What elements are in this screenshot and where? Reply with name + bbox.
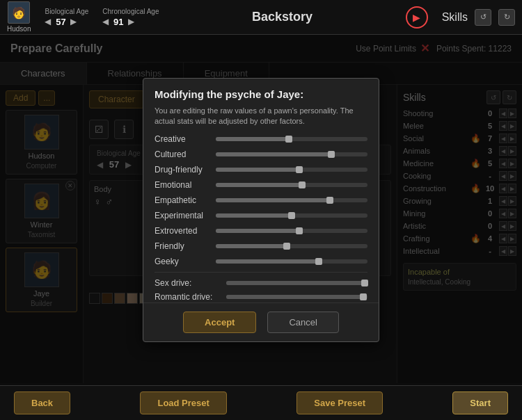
skills-top-label: Skills (442, 11, 468, 24)
trait-track-1[interactable] (216, 152, 367, 156)
section-title: Backstory (173, 10, 391, 24)
trait-name-5: Experimental (155, 211, 210, 220)
trait-track-8[interactable] (216, 259, 367, 264)
trait-track-4[interactable] (216, 198, 367, 202)
trait-name-6: Extroverted (155, 226, 210, 236)
modal-footer: Accept Cancel (143, 302, 379, 341)
trait-thumb-1[interactable] (328, 151, 335, 158)
romantic-drive-fill (226, 295, 363, 299)
trait-fill-3 (216, 183, 302, 187)
trait-fill-4 (216, 198, 330, 202)
trait-rows: Creative Cultured Drug-friendly Emotiona… (155, 134, 367, 266)
trait-row-friendly: Friendly (155, 241, 367, 251)
romantic-drive-row: Romantic drive: (155, 292, 367, 302)
trait-row-cultured: Cultured (155, 150, 367, 159)
trait-name-8: Geeky (155, 257, 210, 266)
sex-drive-track[interactable] (226, 281, 367, 285)
trait-name-3: Emotional (155, 180, 210, 190)
bio-age-value: 57 (54, 17, 68, 27)
skills-top-section: Skills ↺ ↻ (442, 9, 515, 26)
bio-age-label: Biological Age (45, 8, 88, 15)
trait-name-4: Empathetic (155, 195, 210, 205)
main-content: Prepare Carefully Use Point Limits ✕ Poi… (0, 35, 522, 385)
trait-fill-0 (216, 137, 289, 141)
skills-redo-icon[interactable]: ↻ (498, 9, 515, 26)
trait-thumb-7[interactable] (283, 243, 290, 250)
sex-drive-row: Sex drive: (155, 278, 367, 288)
trait-thumb-0[interactable] (285, 136, 292, 143)
bio-age-control: Biological Age ◀ 57 ▶ (45, 8, 88, 27)
trait-name-2: Drug-friendly (155, 165, 210, 175)
trait-track-0[interactable] (216, 137, 367, 141)
trait-track-5[interactable] (216, 213, 367, 218)
bottom-bar: Back Load Preset Save Preset Start (0, 385, 522, 420)
romantic-drive-label: Romantic drive: (155, 292, 221, 302)
trait-thumb-5[interactable] (288, 212, 295, 219)
sex-drive-label: Sex drive: (155, 278, 221, 288)
modal-title: Modifying the psyche of Jaye: (143, 79, 379, 106)
trait-track-2[interactable] (216, 168, 367, 172)
trait-fill-5 (216, 213, 292, 218)
save-preset-button[interactable]: Save Preset (296, 391, 383, 414)
trait-row-drug-friendly: Drug-friendly (155, 165, 367, 175)
trait-fill-1 (216, 152, 331, 156)
chrono-age-stepper: ◀ 91 ▶ (102, 17, 134, 27)
sex-drive-section: Sex drive: Romantic drive: (155, 278, 367, 302)
top-char-name: Hudson (7, 25, 31, 33)
modal-description: You are editing the raw values of a pawn… (143, 106, 379, 134)
modal-divider (155, 272, 367, 273)
romantic-drive-thumb[interactable] (360, 293, 367, 300)
chrono-age-decrement[interactable]: ◀ (102, 17, 109, 26)
trait-row-empathetic: Empathetic (155, 195, 367, 205)
age-section: Biological Age ◀ 57 ▶ Chronological Age … (45, 8, 159, 27)
back-button[interactable]: Back (14, 391, 70, 414)
skills-undo-icon[interactable]: ↺ (475, 9, 491, 26)
trait-name-7: Friendly (155, 241, 210, 251)
trait-fill-2 (216, 168, 299, 172)
bio-age-stepper: ◀ 57 ▶ (45, 17, 77, 27)
trait-row-geeky: Geeky (155, 257, 367, 266)
trait-thumb-4[interactable] (326, 197, 333, 204)
trait-row-creative: Creative (155, 134, 367, 144)
start-button[interactable]: Start (452, 391, 508, 414)
play-button[interactable]: ▶ (406, 6, 428, 29)
trait-fill-7 (216, 244, 287, 248)
psyche-modal: Modifying the psyche of Jaye: You are ed… (143, 78, 379, 342)
trait-thumb-8[interactable] (315, 258, 322, 265)
trait-track-7[interactable] (216, 244, 367, 248)
load-preset-button[interactable]: Load Preset (140, 391, 226, 414)
bio-age-decrement[interactable]: ◀ (45, 17, 51, 26)
trait-thumb-6[interactable] (296, 227, 303, 234)
sex-drive-fill (226, 281, 365, 285)
top-character: 🧑 Hudson (7, 1, 31, 33)
chrono-age-label: Chronological Age (102, 8, 159, 15)
modal-scroll[interactable]: Creative Cultured Drug-friendly Emotiona… (143, 134, 379, 302)
trait-thumb-2[interactable] (296, 166, 303, 173)
trait-fill-6 (216, 229, 299, 233)
trait-name-1: Cultured (155, 150, 210, 159)
top-bar: 🧑 Hudson Biological Age ◀ 57 ▶ Chronolog… (0, 0, 522, 35)
accept-button[interactable]: Accept (183, 312, 256, 333)
trait-track-3[interactable] (216, 183, 367, 187)
chrono-age-increment[interactable]: ▶ (128, 17, 134, 26)
romantic-drive-track[interactable] (226, 295, 367, 299)
modal-overlay: Modifying the psyche of Jaye: You are ed… (0, 35, 522, 385)
trait-fill-8 (216, 259, 319, 264)
trait-name-0: Creative (155, 134, 210, 144)
chrono-age-value: 91 (111, 17, 125, 27)
cancel-button[interactable]: Cancel (267, 312, 338, 333)
trait-thumb-3[interactable] (299, 181, 306, 188)
bio-age-increment[interactable]: ▶ (70, 17, 77, 26)
sex-drive-thumb[interactable] (361, 280, 368, 286)
top-avatar: 🧑 (8, 1, 30, 24)
chrono-age-control: Chronological Age ◀ 91 ▶ (102, 8, 159, 27)
trait-row-emotional: Emotional (155, 180, 367, 190)
trait-track-6[interactable] (216, 229, 367, 233)
trait-row-experimental: Experimental (155, 211, 367, 220)
trait-row-extroverted: Extroverted (155, 226, 367, 236)
